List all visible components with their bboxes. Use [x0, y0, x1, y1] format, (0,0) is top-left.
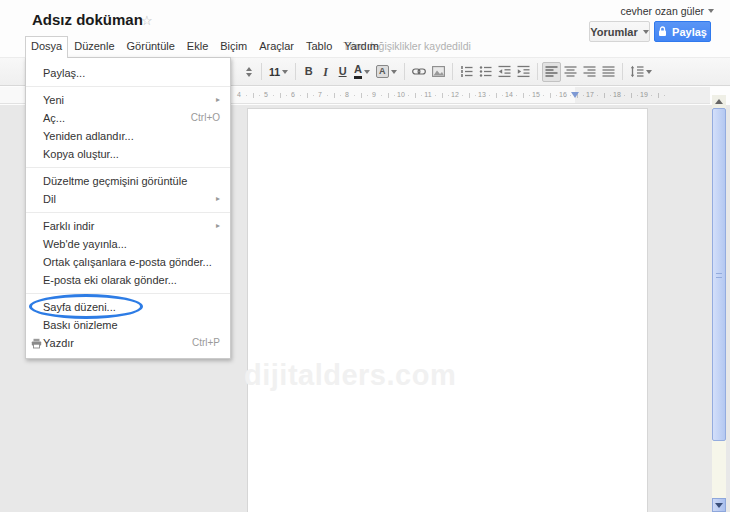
menu-item-yazdır[interactable]: YazdırCtrl+P	[26, 334, 230, 352]
ruler-dot	[340, 95, 341, 96]
menu-item-label: Düzeltme geçmişini görüntüle	[43, 172, 220, 190]
menu-item-e-posta-eki-olarak-gönder[interactable]: E-posta eki olarak gönder...	[26, 271, 230, 289]
ruler-tick	[388, 93, 389, 98]
arrow-up-icon	[246, 67, 252, 71]
menu-yardım[interactable]: Yardım	[338, 36, 385, 57]
align-justify-button[interactable]	[599, 62, 618, 82]
right-margin-marker[interactable]	[571, 92, 579, 98]
lock-icon	[658, 26, 667, 37]
ruler-number: 12	[451, 91, 459, 98]
menu-item-yeniden-adlandır[interactable]: Yeniden adlandır...	[26, 127, 230, 145]
align-right-button[interactable]	[580, 62, 599, 82]
ruler-number: 14	[505, 91, 513, 98]
font-size-stepper[interactable]	[240, 62, 257, 82]
numbered-list-button[interactable]	[457, 62, 476, 82]
menu-tablo[interactable]: Tablo	[300, 36, 338, 57]
ruler-number: 16	[559, 91, 567, 98]
scroll-down-button[interactable]	[712, 498, 726, 512]
toolbar-separator	[452, 63, 453, 80]
ruler-tick	[442, 93, 443, 98]
scrollbar-thumb[interactable]	[712, 108, 726, 441]
chevron-down-icon	[715, 503, 723, 508]
scroll-up-button[interactable]	[712, 95, 726, 108]
italic-button[interactable]: I	[317, 62, 334, 82]
toolbar-separator	[537, 63, 538, 80]
star-icon[interactable]: ☆	[141, 13, 153, 28]
menu-araçlar[interactable]: Araçlar	[253, 36, 300, 57]
ruler-dot	[462, 95, 463, 96]
comments-button[interactable]: Yorumlar	[589, 21, 650, 42]
toolbar-separator	[622, 63, 623, 80]
align-left-button[interactable]	[542, 62, 561, 82]
menu-item-düzeltme-geçmişini-görüntüle[interactable]: Düzeltme geçmişini görüntüle	[26, 172, 230, 190]
decrease-indent-button[interactable]	[495, 62, 514, 82]
ruler-dot	[421, 95, 422, 96]
ruler-dot	[327, 95, 328, 96]
bold-button[interactable]: B	[300, 62, 317, 82]
menu-separator	[26, 167, 230, 168]
indent-icon	[517, 65, 530, 78]
menu-item-kopya-oluştur[interactable]: Kopya oluştur...	[26, 145, 230, 163]
chevron-down-icon	[282, 70, 288, 74]
menu-item-label: Paylaş...	[43, 64, 220, 82]
ruler-tick	[496, 93, 497, 98]
ruler-dot	[543, 95, 544, 96]
menu-item-aç[interactable]: Aç...Ctrl+O	[26, 109, 230, 127]
menu-item-paylaş[interactable]: Paylaş...	[26, 64, 230, 82]
font-size-dropdown[interactable]: 11	[266, 62, 291, 82]
menu-biçim[interactable]: Biçim	[214, 36, 253, 57]
menu-düzenle[interactable]: Düzenle	[68, 36, 120, 57]
underline-button[interactable]: U	[334, 62, 351, 82]
menu-item-sayfa-düzeni[interactable]: Sayfa düzeni...	[26, 298, 230, 316]
menu-item-shortcut: Ctrl+P	[192, 334, 220, 352]
menu-item-ortak-çalışanlara-e-posta-gönder[interactable]: Ortak çalışanlara e-posta gönder...	[26, 253, 230, 271]
submenu-arrow-icon: ▸	[216, 91, 220, 109]
ruler-dot	[489, 95, 490, 96]
ruler-number: 7	[318, 91, 322, 98]
ruler-number: 5	[264, 91, 268, 98]
increase-indent-button[interactable]	[514, 62, 533, 82]
ruler-number: 6	[291, 91, 295, 98]
chevron-down-icon	[646, 70, 652, 74]
image-icon	[432, 65, 445, 78]
share-button[interactable]: Paylaş	[654, 21, 711, 42]
insert-link-button[interactable]	[409, 62, 429, 82]
menu-dosya[interactable]: Dosya	[25, 36, 68, 58]
ruler-tick	[361, 93, 362, 98]
document-page[interactable]: dijitalders.com	[247, 108, 648, 512]
insert-image-button[interactable]	[429, 62, 448, 82]
line-spacing-button[interactable]	[627, 62, 655, 82]
menu-item-yeni[interactable]: Yeni▸	[26, 91, 230, 109]
ruler-tick	[334, 93, 335, 98]
menu-item-dil[interactable]: Dil▸	[26, 190, 230, 208]
menu-ekle[interactable]: Ekle	[181, 36, 214, 57]
ruler-tick	[550, 93, 551, 98]
ruler-dot	[286, 95, 287, 96]
bulleted-list-button[interactable]	[476, 62, 495, 82]
ruler-number: 15	[532, 91, 540, 98]
menubar: DosyaDüzenleGörüntüleEkleBiçimAraçlarTab…	[25, 36, 385, 57]
menu-item-label: E-posta eki olarak gönder...	[43, 271, 220, 289]
vertical-scrollbar[interactable]	[712, 95, 726, 512]
ruler-number: 10	[397, 91, 405, 98]
ruler-dot	[502, 95, 503, 96]
ruler-dot	[273, 95, 274, 96]
menu-item-farklı-indir[interactable]: Farklı indir▸	[26, 217, 230, 235]
account-menu[interactable]: cevher ozan güler	[621, 5, 714, 17]
file-menu: Paylaş...Yeni▸Aç...Ctrl+OYeniden adlandı…	[25, 57, 231, 359]
highlight-color-button[interactable]: A	[373, 62, 400, 82]
numbered-list-icon	[460, 65, 473, 78]
document-title[interactable]: Adsız doküman	[32, 11, 143, 28]
menu-görüntüle[interactable]: Görüntüle	[121, 36, 181, 57]
menu-separator	[26, 86, 230, 87]
menu-item-shortcut: Ctrl+O	[191, 109, 220, 127]
menu-item-label: Farklı indir	[43, 217, 216, 235]
menu-item-baskı-önizleme[interactable]: Baskı önizleme	[26, 316, 230, 334]
menu-item-web-de-yayınla[interactable]: Web'de yayınla...	[26, 235, 230, 253]
text-color-button[interactable]: A	[351, 62, 373, 82]
chevron-down-icon	[643, 30, 649, 34]
user-name: cevher ozan güler	[621, 5, 704, 17]
align-center-button[interactable]	[561, 62, 580, 82]
ruler-dot	[354, 95, 355, 96]
ruler-dot	[300, 95, 301, 96]
